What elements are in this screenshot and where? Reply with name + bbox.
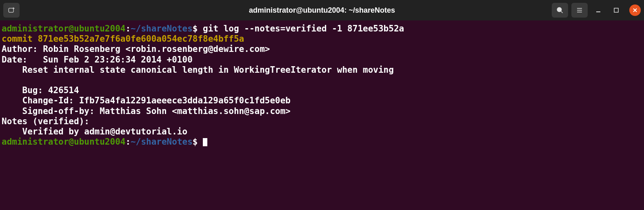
prompt-line: administrator@ubuntu2004:~/shareNotes$ [2,137,642,147]
commit-line: commit 871ee53b52a7e7f6a0fe600a054ec78f8… [2,34,642,44]
subject-line: Reset internal state canonical length in… [2,65,642,75]
minimize-icon [595,7,601,13]
close-button[interactable] [629,4,641,16]
bug-line: Bug: 426514 [2,85,642,96]
notes-body-line: Verified by admin@devtutorial.io [2,127,642,137]
new-tab-icon [7,6,16,14]
svg-line-2 [561,11,563,13]
new-tab-button[interactable] [3,3,20,18]
prompt-user-host: administrator@ubuntu2004 [2,24,125,34]
maximize-icon [613,7,619,13]
prompt-line: administrator@ubuntu2004:~/shareNotes$ g… [2,24,642,34]
titlebar: administrator@ubuntu2004: ~/shareNotes [0,0,644,20]
prompt-dollar: $ [193,137,198,147]
minimize-button[interactable] [591,3,606,18]
search-button[interactable] [552,3,568,18]
svg-rect-0 [9,8,13,12]
close-icon [633,8,637,13]
date-line: Date: Sun Feb 2 23:26:34 2014 +0100 [2,55,642,65]
svg-point-1 [557,7,562,12]
command-text: git log --notes=verified -1 871ee53b52a [198,24,404,34]
prompt-dollar: $ [193,24,198,34]
prompt-user-host: administrator@ubuntu2004 [2,137,125,147]
changeid-line: Change-Id: Ifb75a4fa12291aeeece3dda129a6… [2,96,642,106]
maximize-button[interactable] [609,3,624,18]
prompt-path: ~/shareNotes [131,137,193,147]
terminal-output[interactable]: administrator@ubuntu2004:~/shareNotes$ g… [0,20,644,150]
prompt-colon: : [125,137,131,147]
signoff-line: Signed-off-by: Matthias Sohn <matthias.s… [2,106,642,116]
blank-line [2,75,642,85]
prompt-path: ~/shareNotes [131,24,193,34]
menu-button[interactable] [571,3,588,18]
notes-header-line: Notes (verified): [2,116,642,127]
search-icon [556,7,564,14]
cursor [203,138,207,146]
window-title: administrator@ubuntu2004: ~/shareNotes [249,6,395,15]
author-line: Author: Robin Rosenberg <robin.rosenberg… [2,44,642,54]
hamburger-icon [576,7,583,14]
prompt-colon: : [125,24,131,34]
svg-rect-7 [614,8,618,12]
command-text [198,137,203,147]
